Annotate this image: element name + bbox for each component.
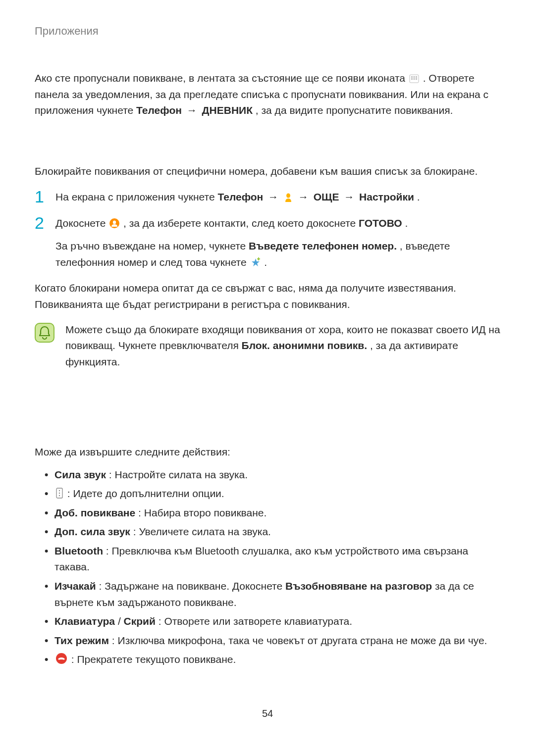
desc: Изключва микрофона, така че човекът от д… bbox=[118, 635, 487, 646]
more-options-icon bbox=[55, 488, 63, 499]
desc: Настройте силата на звука. bbox=[114, 469, 248, 480]
text: , за да изберете контакти, след което до… bbox=[123, 217, 359, 229]
svg-point-9 bbox=[113, 220, 116, 224]
colon: : bbox=[68, 654, 77, 665]
svg-point-7 bbox=[286, 194, 290, 198]
svg-rect-2 bbox=[413, 76, 415, 78]
list-item: • : Прекратете текущото повикване. bbox=[35, 650, 500, 669]
desc: Прекратете текущото повикване. bbox=[77, 654, 236, 665]
svg-point-16 bbox=[59, 493, 60, 494]
bold-log: ДНЕВНИК bbox=[202, 104, 253, 116]
page-number: 54 bbox=[0, 706, 535, 721]
list-item: • Сила звук : Настройте силата на звука. bbox=[35, 465, 500, 485]
bullet-dot: • bbox=[45, 524, 48, 540]
step-2: 2 Докоснете , за да изберете контакти, с… bbox=[35, 215, 500, 271]
bold-settings: Настройки bbox=[359, 191, 414, 202]
label: Доб. повикване bbox=[54, 507, 135, 518]
svg-rect-12 bbox=[258, 257, 259, 260]
bold-resume: Възобновяване на разговор bbox=[285, 580, 432, 592]
colon: : bbox=[106, 545, 112, 556]
label: Доп. сила звук bbox=[54, 526, 130, 537]
bullet-dot: • bbox=[45, 467, 48, 483]
svg-rect-6 bbox=[416, 78, 417, 80]
note-box: Можете също да блокирате входящи повиква… bbox=[35, 322, 500, 370]
label: Bluetooth bbox=[54, 545, 106, 556]
list-item: • Bluetooth : Превключва към Bluetooth с… bbox=[35, 542, 500, 577]
text: Докоснете bbox=[55, 217, 108, 229]
svg-point-17 bbox=[59, 495, 60, 496]
note-bell-icon bbox=[35, 323, 54, 343]
arrow-icon: → bbox=[185, 104, 199, 116]
sep: / bbox=[115, 615, 124, 627]
list-item: • : Идете до допълнителни опции. bbox=[35, 484, 500, 504]
bullet-dot: • bbox=[45, 486, 48, 502]
plus-star-icon bbox=[251, 257, 261, 267]
hangup-icon bbox=[55, 653, 67, 664]
bold-enter-number: Въведете телефонен номер. bbox=[249, 240, 397, 252]
bullet-dot: • bbox=[45, 505, 48, 521]
more-person-icon bbox=[284, 192, 292, 202]
arrow-icon: → bbox=[296, 191, 311, 202]
colon: : bbox=[130, 526, 139, 537]
text: . bbox=[417, 191, 420, 202]
bold-more: ОЩЕ bbox=[314, 191, 339, 202]
text: , за да видите пропуснатите повиквания. bbox=[256, 104, 453, 116]
bold-phone: Телефон bbox=[136, 104, 182, 116]
options-intro: Може да извършите следните действия: bbox=[35, 444, 500, 460]
svg-rect-5 bbox=[413, 78, 415, 80]
text: Ако сте пропуснали повикване, в лентата … bbox=[35, 72, 408, 84]
step-1: 1 На екрана с приложения чукнете Телефон… bbox=[35, 189, 500, 205]
label: Клавиатура bbox=[54, 615, 115, 627]
step-number-1: 1 bbox=[35, 188, 47, 205]
blocking-after: Когато блокирани номера опитат да се свъ… bbox=[35, 280, 500, 312]
label2: Скрий bbox=[124, 615, 156, 627]
colon: : bbox=[106, 469, 115, 480]
colon: : bbox=[109, 635, 118, 646]
bullet-dot: • bbox=[45, 543, 48, 559]
bullet-dot: • bbox=[45, 613, 48, 630]
colon: : bbox=[96, 580, 105, 592]
label: Тих режим bbox=[54, 635, 109, 646]
list-item: • Клавиатура / Скрий : Отворете или затв… bbox=[35, 612, 500, 631]
step-number-2: 2 bbox=[35, 214, 47, 231]
contact-add-icon bbox=[109, 218, 119, 228]
label: Изчакай bbox=[54, 580, 96, 592]
bold-done: ГОТОВО bbox=[359, 217, 402, 229]
arrow-icon: → bbox=[266, 191, 280, 202]
colon: : bbox=[135, 507, 144, 518]
missed-call-bar-icon bbox=[409, 74, 419, 83]
bullet-dot: • bbox=[45, 633, 48, 649]
text: . bbox=[405, 217, 408, 229]
list-item: • Доп. сила звук : Увеличете силата на з… bbox=[35, 522, 500, 542]
desc: Увеличете силата на звука. bbox=[139, 526, 271, 537]
colon: : bbox=[64, 488, 73, 499]
desc: Превключва към Bluetooth слушалка, ако к… bbox=[54, 545, 468, 573]
bullet-dot: • bbox=[45, 652, 48, 668]
bold-block-anon: Блок. анонимни повикв. bbox=[242, 340, 368, 351]
text: . bbox=[264, 256, 267, 268]
list-item: • Изчакай : Задържане на повикване. Доко… bbox=[35, 577, 500, 612]
blocking-intro: Блокирайте повиквания от специфични номе… bbox=[35, 163, 500, 180]
text: За ръчно въвеждане на номер, чукнете bbox=[55, 240, 249, 252]
arrow-icon: → bbox=[342, 191, 356, 202]
svg-point-15 bbox=[59, 490, 60, 491]
svg-rect-4 bbox=[411, 78, 413, 80]
missed-calls-paragraph: Ако сте пропуснали повикване, в лентата … bbox=[35, 70, 500, 119]
bullet-dot: • bbox=[45, 578, 48, 595]
list-item: • Доб. повикване : Набира второ повикван… bbox=[35, 504, 500, 523]
desc: Набира второ повикване. bbox=[144, 507, 267, 518]
bold-phone: Телефон bbox=[217, 191, 263, 202]
header-title: Приложения bbox=[35, 23, 500, 40]
label: Сила звук bbox=[54, 469, 106, 480]
desc: Задържане на повикване. Докоснете bbox=[105, 580, 285, 592]
colon: : bbox=[156, 615, 164, 627]
list-item: • Тих режим : Изключва микрофона, така ч… bbox=[35, 631, 500, 651]
desc: Идете до допълнителни опции. bbox=[73, 488, 224, 499]
text: На екрана с приложения чукнете bbox=[55, 191, 217, 202]
svg-rect-3 bbox=[416, 76, 417, 78]
svg-rect-1 bbox=[411, 76, 413, 78]
desc: Отворете или затворете клавиатурата. bbox=[164, 615, 352, 627]
